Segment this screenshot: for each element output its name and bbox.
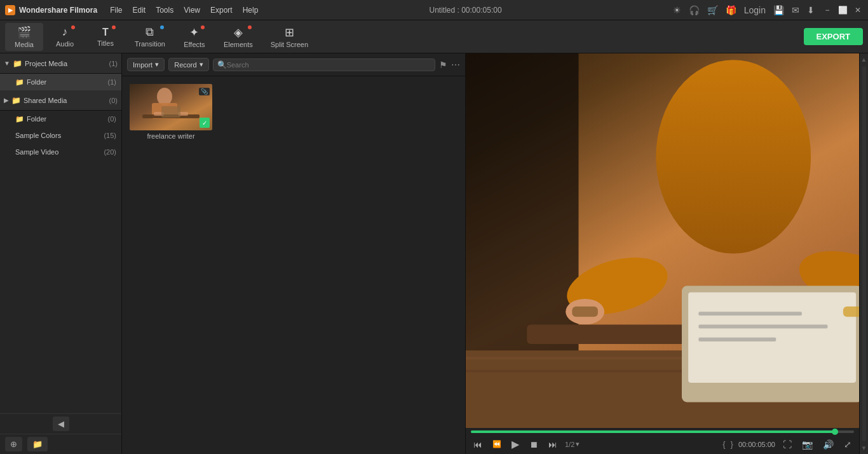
shared-folder-label: Folder <box>27 115 108 123</box>
shared-folder-item[interactable]: 📁 Folder (0) <box>0 111 121 127</box>
elements-dot <box>248 25 252 29</box>
gift-icon[interactable]: 🎁 <box>726 5 736 15</box>
fullscreen-button[interactable]: ⛶ <box>780 438 794 451</box>
menu-tools[interactable]: Tools <box>156 6 173 15</box>
project-media-header[interactable]: ▼ 📁 Project Media (1) <box>0 53 121 74</box>
media-item-freelance-writer[interactable]: 📎 ✓ freelance writer <box>130 84 212 140</box>
svg-rect-20 <box>698 312 801 315</box>
shared-media-label: Shared Media <box>24 97 109 104</box>
filter-icon[interactable]: ⚑ <box>439 60 447 70</box>
download-icon[interactable]: ⬇ <box>807 5 815 15</box>
maximize-button[interactable]: ⬜ <box>837 5 848 15</box>
shared-folder-count: (0) <box>108 115 116 123</box>
sample-colors-label: Sample Colors <box>15 132 104 139</box>
menu-export[interactable]: Export <box>210 6 233 15</box>
grid-view-icon[interactable]: ⋯ <box>451 60 460 70</box>
folder-count: (1) <box>108 78 116 86</box>
toolbar-titles-button[interactable]: T Titles <box>86 23 125 51</box>
step-fwd-button[interactable]: ⏭ <box>546 438 560 451</box>
toolbar-media-button[interactable]: 🎬 Media <box>5 23 43 51</box>
record-dropdown[interactable]: Record ▾ <box>168 58 208 71</box>
preview-progress-bar[interactable] <box>471 430 854 433</box>
sample-colors-item[interactable]: Sample Colors (15) <box>0 127 121 144</box>
frame-back-button[interactable]: ⏪ <box>490 439 504 450</box>
effects-dot <box>201 25 205 29</box>
right-scrollbar[interactable]: ▲ ▼ <box>859 53 868 454</box>
titlebar: ▶ Wondershare Filmora File Edit Tools Vi… <box>0 0 868 20</box>
login-button[interactable]: Login <box>744 5 766 15</box>
preview-timecode: 00:00:05:00 <box>738 441 775 448</box>
toolbar-transition-button[interactable]: ⧉ Transition <box>127 23 173 51</box>
project-media-folder-item[interactable]: 📁 Folder (1) <box>0 74 121 90</box>
sample-video-count: (20) <box>104 148 116 156</box>
play-button[interactable]: ▶ <box>509 437 522 451</box>
menu-file[interactable]: File <box>110 6 122 15</box>
title-center: Untitled : 00:00:05:00 <box>258 6 672 15</box>
mark-in-button[interactable]: { <box>722 439 725 449</box>
step-back-button[interactable]: ⏮ <box>471 438 485 451</box>
svg-rect-24 <box>843 306 859 317</box>
scroll-up-icon: ▲ <box>861 56 867 63</box>
headphones-icon[interactable]: 🎧 <box>689 5 700 15</box>
scroll-track[interactable] <box>862 66 866 441</box>
project-media-collapse-icon: ▼ <box>4 60 10 67</box>
search-input[interactable] <box>227 61 431 69</box>
clip-indicator: 📎 <box>199 86 210 95</box>
folder-icon: 📁 <box>15 78 24 86</box>
preview-video <box>466 53 859 428</box>
menu-help[interactable]: Help <box>243 6 259 15</box>
record-label: Record <box>174 61 196 69</box>
mark-out-button[interactable]: } <box>731 439 733 449</box>
menu-edit[interactable]: Edit <box>132 6 146 15</box>
toolbar-effects-button[interactable]: ✦ Effects <box>175 23 214 51</box>
preview-buttons: ⏮ ⏪ ▶ ⏹ ⏭ 1/2 ▾ { } 00:00:05:00 ⛶ 📷 🔊 ⤢ <box>471 437 854 451</box>
project-media-folder-icon: 📁 <box>13 59 22 68</box>
transition-label: Transition <box>135 40 165 48</box>
elements-icon: ◈ <box>234 25 243 39</box>
snapshot-button[interactable]: 📷 <box>799 438 815 451</box>
audio-label: Audio <box>56 40 74 48</box>
search-icon: 🔍 <box>217 60 227 69</box>
svg-rect-6 <box>161 106 180 118</box>
main-area: ▼ 📁 Project Media (1) 📁 Folder (1) ▶ 📁 S… <box>0 53 868 454</box>
collapse-panel-button[interactable]: ◀ <box>53 416 69 431</box>
import-dropdown[interactable]: Import ▾ <box>127 58 165 71</box>
sample-colors-count: (15) <box>104 132 116 139</box>
media-search-box[interactable]: 🔍 <box>213 58 435 71</box>
selected-check: ✓ <box>200 118 210 128</box>
svg-rect-23 <box>572 306 598 317</box>
media-item-label: freelance writer <box>130 132 212 140</box>
minimize-button[interactable]: − <box>822 5 832 15</box>
scroll-down-icon: ▼ <box>861 444 867 451</box>
close-button[interactable]: ✕ <box>853 5 863 15</box>
title-actions: ☀ 🎧 🛒 🎁 Login 💾 ✉ ⬇ <box>673 5 815 15</box>
menu-view[interactable]: View <box>184 6 200 15</box>
media-area: Import ▾ Record ▾ 🔍 ⚑ ⋯ <box>122 53 465 454</box>
add-to-timeline-button[interactable]: ⊕ <box>5 437 22 451</box>
shared-media-header[interactable]: ▶ 📁 Shared Media (0) <box>0 90 121 111</box>
toolbar: 🎬 Media ♪ Audio T Titles ⧉ Transition ✦ … <box>0 20 868 53</box>
volume-button[interactable]: 🔊 <box>820 438 836 451</box>
media-icon: 🎬 <box>17 25 31 39</box>
fit-screen-button[interactable]: ⤢ <box>841 438 854 451</box>
toolbar-split-screen-button[interactable]: ⊞ Split Screen <box>263 23 316 51</box>
import-chevron-icon: ▾ <box>155 60 159 69</box>
media-content: 📎 ✓ freelance writer <box>122 76 465 454</box>
media-label: Media <box>15 41 34 48</box>
mail-icon[interactable]: ✉ <box>792 5 799 15</box>
elements-label: Elements <box>224 41 253 48</box>
stop-button[interactable]: ⏹ <box>527 438 541 451</box>
brightness-icon[interactable]: ☀ <box>673 5 681 15</box>
split-screen-icon: ⊞ <box>285 25 294 39</box>
audio-icon: ♪ <box>62 25 68 39</box>
preview-area: ⏮ ⏪ ▶ ⏹ ⏭ 1/2 ▾ { } 00:00:05:00 ⛶ 📷 🔊 ⤢ <box>465 53 859 454</box>
create-folder-button[interactable]: 📁 <box>27 437 48 451</box>
toolbar-audio-button[interactable]: ♪ Audio <box>46 23 84 51</box>
export-button[interactable]: EXPORT <box>804 28 863 45</box>
sample-video-item[interactable]: Sample Video (20) <box>0 144 121 160</box>
save-icon[interactable]: 💾 <box>773 5 784 15</box>
preview-fraction: 1/2 ▾ <box>565 440 580 448</box>
toolbar-elements-button[interactable]: ◈ Elements <box>216 23 261 51</box>
cart-icon[interactable]: 🛒 <box>707 5 718 15</box>
import-label: Import <box>133 61 153 69</box>
